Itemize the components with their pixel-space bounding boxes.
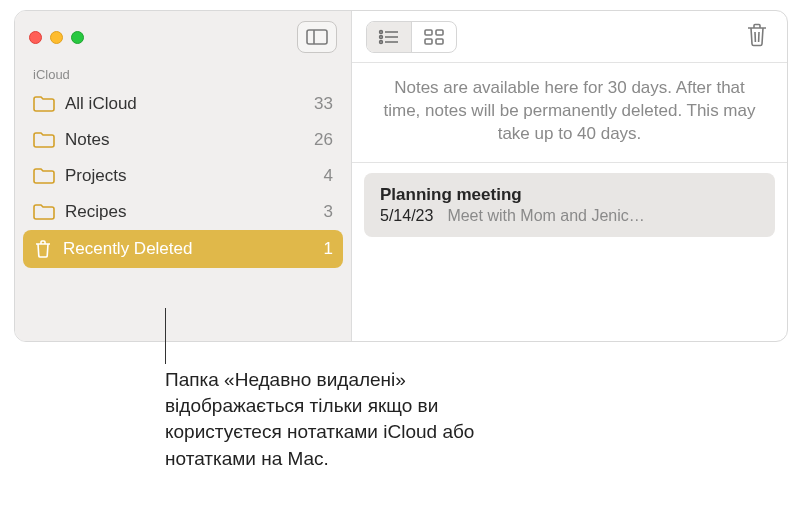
sidebar-item-count: 1 — [324, 239, 333, 259]
grid-icon — [424, 29, 444, 45]
sidebar-item-all-icloud[interactable]: All iCloud 33 — [15, 86, 351, 122]
svg-point-2 — [380, 30, 383, 33]
content-pane: Notes are available here for 30 days. Af… — [352, 11, 787, 341]
toggle-sidebar-button[interactable] — [297, 21, 337, 53]
svg-rect-10 — [425, 39, 432, 44]
svg-point-4 — [380, 35, 383, 38]
note-item[interactable]: Planning meeting 5/14/23 Meet with Mom a… — [364, 173, 775, 237]
info-banner: Notes are available here for 30 days. Af… — [352, 63, 787, 163]
folder-icon — [33, 131, 55, 149]
sidebar-item-label: Notes — [65, 130, 109, 150]
sidebar-item-count: 3 — [324, 202, 333, 222]
sidebar-item-label: All iCloud — [65, 94, 137, 114]
list-view-button[interactable] — [367, 22, 411, 52]
window-title-area — [15, 11, 351, 63]
delete-note-button[interactable] — [741, 18, 773, 56]
svg-point-6 — [380, 40, 383, 43]
gallery-view-button[interactable] — [412, 22, 456, 52]
sidebar: iCloud All iCloud 33 Notes 26 — [15, 11, 352, 341]
zoom-window-button[interactable] — [71, 31, 84, 44]
svg-rect-9 — [436, 30, 443, 35]
toolbar — [352, 11, 787, 63]
folder-icon — [33, 203, 55, 221]
view-mode-segment — [366, 21, 457, 53]
sidebar-item-count: 33 — [314, 94, 333, 114]
sidebar-item-count: 4 — [324, 166, 333, 186]
sidebar-item-label: Recently Deleted — [63, 239, 192, 259]
note-snippet: Meet with Mom and Jenic… — [447, 207, 759, 225]
sidebar-item-notes[interactable]: Notes 26 — [15, 122, 351, 158]
minimize-window-button[interactable] — [50, 31, 63, 44]
sidebar-item-label: Recipes — [65, 202, 126, 222]
list-icon — [378, 29, 400, 45]
callout-text: Папка «Недавно видалені» відображається … — [165, 367, 505, 472]
svg-rect-11 — [436, 39, 443, 44]
sidebar-item-recently-deleted[interactable]: Recently Deleted 1 — [23, 230, 343, 268]
folder-icon — [33, 167, 55, 185]
note-date: 5/14/23 — [380, 207, 433, 225]
sidebar-section-label: iCloud — [15, 63, 351, 86]
sidebar-item-recipes[interactable]: Recipes 3 — [15, 194, 351, 230]
sidebar-item-count: 26 — [314, 130, 333, 150]
svg-rect-8 — [425, 30, 432, 35]
window-controls — [29, 31, 84, 44]
notes-window: iCloud All iCloud 33 Notes 26 — [14, 10, 788, 342]
sidebar-icon — [306, 29, 328, 45]
folder-icon — [33, 95, 55, 113]
trash-icon — [745, 22, 769, 48]
trash-icon — [33, 239, 53, 259]
folder-list: All iCloud 33 Notes 26 Projects 4 — [15, 86, 351, 268]
note-meta: 5/14/23 Meet with Mom and Jenic… — [380, 207, 759, 225]
close-window-button[interactable] — [29, 31, 42, 44]
callout-leader-line — [165, 308, 166, 364]
note-title: Planning meeting — [380, 185, 759, 205]
sidebar-item-projects[interactable]: Projects 4 — [15, 158, 351, 194]
sidebar-item-label: Projects — [65, 166, 126, 186]
svg-rect-0 — [307, 30, 327, 44]
note-list: Planning meeting 5/14/23 Meet with Mom a… — [352, 163, 787, 247]
